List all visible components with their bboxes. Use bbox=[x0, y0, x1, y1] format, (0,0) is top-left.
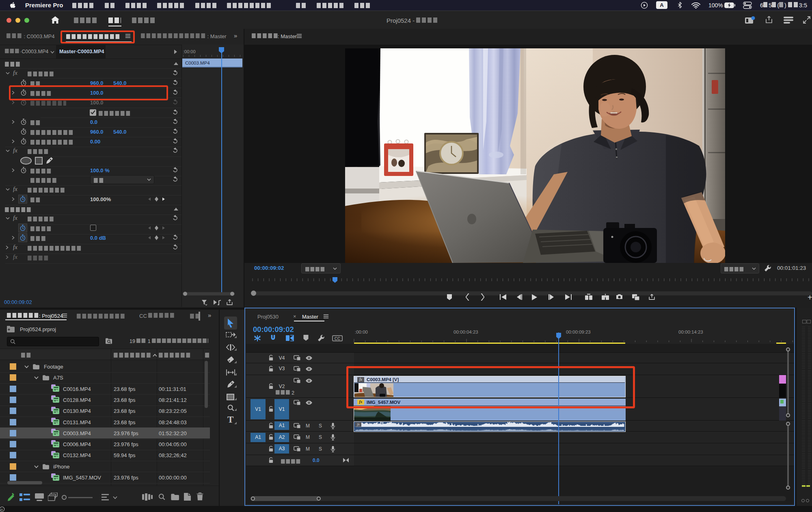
svg-text:cc: cc bbox=[0, 508, 3, 511]
